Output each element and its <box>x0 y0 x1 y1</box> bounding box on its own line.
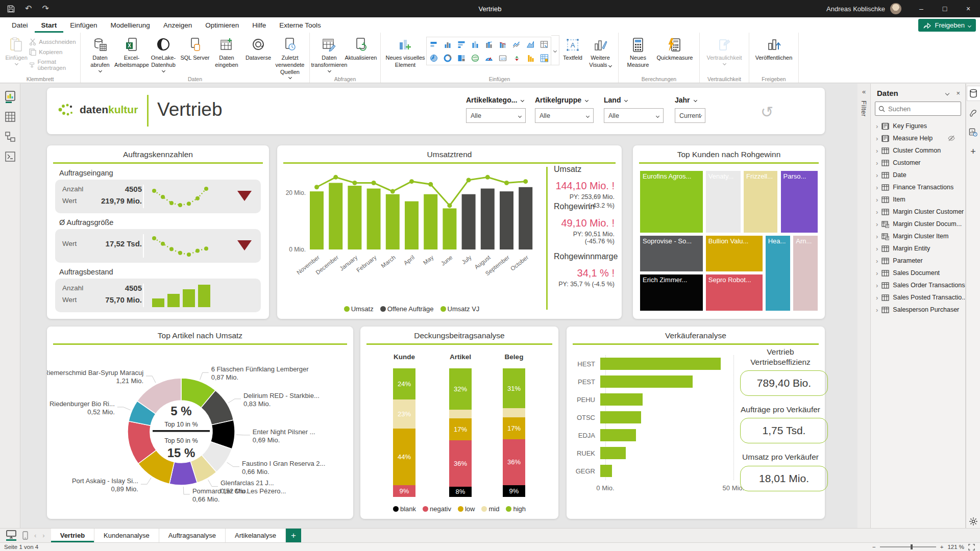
menu-item-datei[interactable]: Datei <box>5 17 35 33</box>
expand-icon[interactable]: › <box>876 135 878 142</box>
field-marginclustercustomer[interactable]: ›Margin Cluster Customer <box>871 206 965 218</box>
expand-icon[interactable]: › <box>876 208 878 216</box>
report-view-button[interactable] <box>4 91 16 103</box>
new-measure-button[interactable]: Neues Measure <box>622 35 654 69</box>
stacked-column-beleg[interactable]: 9%36%17%31% <box>503 368 525 497</box>
treemap-cell[interactable]: Erich Zimmer... <box>639 273 704 312</box>
add-page-button[interactable]: + <box>286 529 301 542</box>
ribbon-dataverse[interactable]: Dataverse <box>242 35 274 62</box>
treemap-cell[interactable]: Venaty... <box>705 170 742 234</box>
visual-type-12[interactable] <box>468 51 482 65</box>
field-salesdocument[interactable]: ›Sales Document <box>871 267 965 279</box>
settings-gear-icon[interactable] <box>969 517 978 526</box>
field-salespersonpurchaser[interactable]: ›Salesperson Purchaser <box>871 304 965 316</box>
ribbon-excel-arbeitsmappe[interactable]: XExcel-Arbeitsmappe <box>116 35 148 69</box>
kpi-value-box[interactable]: 789,40 Bio. <box>740 370 828 396</box>
menu-item-hilfe[interactable]: Hilfe <box>246 17 273 33</box>
visual-type-16[interactable] <box>523 51 537 65</box>
visual-type-9[interactable] <box>427 51 440 65</box>
next-page-icon[interactable]: › <box>42 532 44 539</box>
bar-row-pehu[interactable]: PEHU <box>572 393 643 406</box>
table-view-button[interactable] <box>4 111 16 123</box>
expand-icon[interactable]: › <box>876 233 878 240</box>
format-painter-button[interactable]: Format übertragen <box>29 59 77 71</box>
minimize-button[interactable]: – <box>910 0 933 17</box>
treemap-cell[interactable]: Arn... <box>792 235 819 312</box>
bar-chart[interactable]: 0 Mio.50 Mio.HESTPESTPEHUOTSCEDJARUEKGEG… <box>572 355 740 508</box>
textbox-button[interactable]: A Textfeld <box>559 35 586 62</box>
visual-type-1[interactable] <box>440 37 454 51</box>
ribbon-daten-transformieren[interactable]: Daten transformieren <box>313 35 345 72</box>
card-auftragskennzahlen[interactable]: Auftragskennzahlen AuftragseingangAnzahl… <box>47 145 269 319</box>
more-visuals-button[interactable]: Weitere Visuals <box>586 35 615 69</box>
ribbon-daten-eingeben[interactable]: Daten eingeben <box>211 35 242 69</box>
visual-type-6[interactable] <box>509 37 523 51</box>
format-pane-button[interactable] <box>967 105 980 120</box>
user-name[interactable]: Andreas Koblischke <box>826 5 885 13</box>
visual-type-8[interactable] <box>537 37 551 51</box>
field-item[interactable]: ›Item <box>871 193 965 206</box>
menu-item-modellierung[interactable]: Modellierung <box>104 17 157 33</box>
field-customer[interactable]: ›Customer <box>871 157 965 169</box>
copy-button[interactable]: Kopieren <box>29 48 77 56</box>
ribbon-aktualisieren[interactable]: Aktualisieren <box>345 35 377 62</box>
menu-item-externetools[interactable]: Externe Tools <box>273 17 328 33</box>
prev-page-icon[interactable]: ‹ <box>34 532 36 539</box>
publish-button[interactable]: Veröffentlichen <box>753 35 795 62</box>
search-input[interactable] <box>888 105 949 113</box>
kpi-box-1[interactable]: Wert17,52 Tsd. <box>55 229 261 263</box>
expand-icon[interactable]: › <box>876 147 878 155</box>
field-salespostedtransactio[interactable]: ›Sales Posted Transactio... <box>871 291 965 304</box>
donut-chart[interactable]: 6 Flaschen Fünfklang Lemberger0,87 Mio.D… <box>47 349 353 517</box>
expand-icon[interactable]: › <box>876 171 878 179</box>
visual-type-17[interactable] <box>537 51 551 65</box>
expand-icon[interactable]: › <box>876 196 878 204</box>
expand-icon[interactable]: › <box>876 122 878 130</box>
expand-icon[interactable]: › <box>876 306 878 314</box>
visual-type-13[interactable] <box>482 51 496 65</box>
treemap-cell[interactable]: Bullion Valu... <box>705 235 764 272</box>
kpi-value-box[interactable]: 18,01 Mio. <box>740 466 828 491</box>
menu-item-start[interactable]: Start <box>35 17 64 33</box>
ribbon-sql-server[interactable]: SQL Server <box>179 35 211 62</box>
visual-type-3[interactable] <box>468 37 482 51</box>
umsatztrend-chart[interactable]: 20 Mio.0 Mio.NovemberDecemberJanuaryFebr… <box>280 168 546 290</box>
visual-type-4[interactable] <box>482 37 496 51</box>
reset-filters-icon[interactable]: ↻ <box>761 103 773 121</box>
undo-icon[interactable]: ↶ <box>25 5 32 13</box>
mobile-layout-button[interactable] <box>22 531 28 540</box>
menu-item-einfügen[interactable]: Einfügen <box>63 17 104 33</box>
card-top-artikel[interactable]: Top Artikel nach Umsatz 6 Flaschen Fünfk… <box>47 327 353 519</box>
redo-icon[interactable]: ↷ <box>42 5 48 13</box>
page-tab-auftragsanalyse[interactable]: Auftragsanalyse <box>159 529 226 542</box>
cut-button[interactable]: Ausschneiden <box>29 38 77 45</box>
field-financetransactions[interactable]: ›Finance Transactions <box>871 181 965 193</box>
field-keyfigures[interactable]: ›Key Figures <box>871 120 965 132</box>
filter-dropdown-3[interactable]: Current <box>675 108 705 123</box>
dax-query-view-button[interactable] <box>4 151 16 163</box>
field-parameter[interactable]: ›Parameter <box>871 255 965 267</box>
expand-icon[interactable]: › <box>876 159 878 167</box>
stacked-column-artikel[interactable]: 8%36%17%32% <box>449 368 472 497</box>
close-pane-icon[interactable]: × <box>956 89 960 97</box>
expand-filter-pane-icon[interactable]: « <box>862 88 866 95</box>
collapse-pane-icon[interactable] <box>945 91 949 95</box>
expand-icon[interactable]: › <box>876 220 878 228</box>
desktop-layout-button[interactable] <box>6 530 16 541</box>
field-clustercommon[interactable]: ›Cluster Common <box>871 144 965 157</box>
avatar[interactable] <box>890 3 901 14</box>
paste-button[interactable]: Einfügen <box>4 35 29 65</box>
field-date[interactable]: ›Date <box>871 169 965 181</box>
expand-icon[interactable]: › <box>876 269 878 277</box>
sensitivity-button[interactable]: Vertraulichkeit <box>703 35 745 65</box>
expand-icon[interactable]: › <box>876 257 878 265</box>
filter-pane-label[interactable]: Filter <box>860 101 868 117</box>
kpi-box-0[interactable]: Anzahl4505Wert219,79 Mio. <box>55 180 261 213</box>
chevron-down-icon[interactable] <box>521 98 524 102</box>
treemap-cell[interactable]: Soprovise - So... <box>639 235 704 272</box>
bar-row-otsc[interactable]: OTSC <box>572 411 641 424</box>
model-view-button[interactable] <box>4 131 16 143</box>
kpi-box-2[interactable]: Anzahl4505Wert75,70 Mio. <box>55 279 261 312</box>
treemap-chart[interactable]: Eurofins Agros...Venaty...Frizzell...Par… <box>639 170 819 312</box>
close-button[interactable]: × <box>957 0 980 17</box>
